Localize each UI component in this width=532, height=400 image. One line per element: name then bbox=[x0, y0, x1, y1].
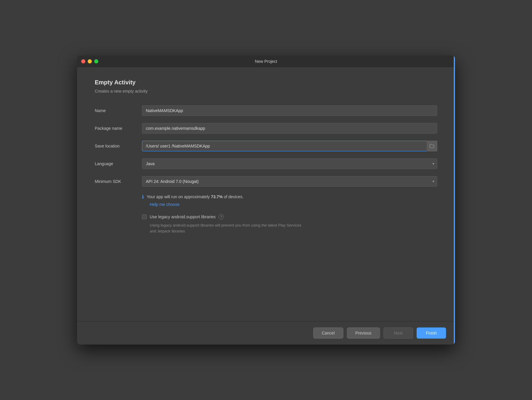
minimum-sdk-select[interactable]: API 24: Android 7.0 (Nougat) API 21: And… bbox=[142, 176, 437, 187]
package-name-label: Package name bbox=[95, 126, 142, 131]
folder-browse-button[interactable] bbox=[427, 141, 437, 151]
info-text: Your app will run on approximately 73.7%… bbox=[147, 194, 244, 200]
window-title: New Project bbox=[255, 59, 277, 64]
finish-button[interactable]: Finish bbox=[417, 327, 446, 339]
cancel-button[interactable]: Cancel bbox=[313, 327, 343, 339]
language-select-wrapper: Java Kotlin ▾ bbox=[142, 158, 437, 169]
activity-title: Empty Activity bbox=[95, 79, 437, 86]
traffic-lights bbox=[81, 59, 98, 63]
new-project-window: New Project Empty Activity Creates a new… bbox=[77, 55, 455, 345]
content-area: Empty Activity Creates a new empty activ… bbox=[77, 67, 455, 321]
device-coverage-info: ℹ Your app will run on approximately 73.… bbox=[142, 194, 437, 207]
minimize-button[interactable] bbox=[88, 59, 92, 63]
save-location-input-wrapper bbox=[142, 141, 437, 151]
language-label: Language bbox=[95, 161, 142, 166]
name-row: Name bbox=[95, 105, 437, 116]
maximize-button[interactable] bbox=[94, 59, 98, 63]
language-row: Language Java Kotlin ▾ bbox=[95, 158, 437, 169]
info-text-prefix: Your app will run on approximately bbox=[147, 194, 211, 199]
info-text-suffix: of devices. bbox=[223, 194, 244, 199]
legacy-checkbox-row: Use legacy android.support libraries ? bbox=[142, 214, 437, 219]
legacy-checkbox-label: Use legacy android.support libraries bbox=[150, 214, 216, 219]
bottom-bar: Cancel Previous Next Finish bbox=[77, 321, 455, 345]
minimum-sdk-label: Minimum SDK bbox=[95, 179, 142, 184]
package-name-input[interactable] bbox=[142, 123, 437, 134]
save-location-row: Save location bbox=[95, 141, 437, 151]
minimum-sdk-row: Minimum SDK API 24: Android 7.0 (Nougat)… bbox=[95, 176, 437, 187]
package-name-row: Package name bbox=[95, 123, 437, 134]
folder-icon bbox=[430, 144, 434, 148]
previous-button[interactable]: Previous bbox=[347, 327, 380, 339]
info-percentage: 73.7% bbox=[211, 194, 223, 199]
minimum-sdk-select-wrapper: API 24: Android 7.0 (Nougat) API 21: And… bbox=[142, 176, 437, 187]
help-me-choose-link[interactable]: Help me choose bbox=[150, 202, 179, 207]
title-bar: New Project bbox=[77, 55, 455, 67]
name-label: Name bbox=[95, 108, 142, 113]
info-row: ℹ Your app will run on approximately 73.… bbox=[142, 194, 437, 200]
accent-border bbox=[454, 55, 455, 345]
info-circle-icon: ℹ bbox=[142, 194, 144, 200]
save-location-label: Save location bbox=[95, 144, 142, 148]
close-button[interactable] bbox=[81, 59, 85, 63]
legacy-description: Using legacy android.support libraries w… bbox=[150, 222, 303, 234]
legacy-checkbox[interactable] bbox=[142, 214, 147, 219]
next-button[interactable]: Next bbox=[384, 327, 413, 339]
language-select[interactable]: Java Kotlin bbox=[142, 158, 437, 169]
save-location-input[interactable] bbox=[142, 141, 437, 151]
legacy-help-icon[interactable]: ? bbox=[218, 214, 224, 219]
activity-description: Creates a new empty activity bbox=[95, 89, 437, 94]
name-input[interactable] bbox=[142, 105, 437, 116]
form-area: Name Package name Save location bbox=[95, 105, 437, 234]
